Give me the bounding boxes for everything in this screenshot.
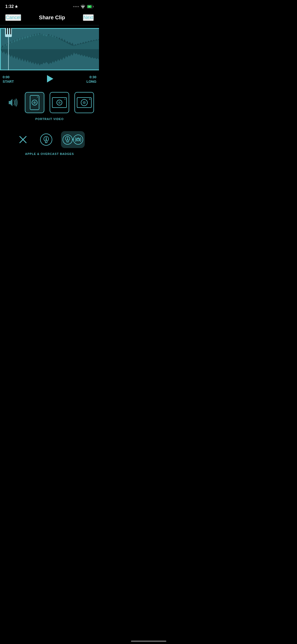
page-title: Share Clip <box>39 15 65 21</box>
waveform-svg <box>0 28 99 70</box>
svg-point-23 <box>45 139 47 141</box>
cancel-button[interactable]: Cancel <box>5 14 21 21</box>
status-icons <box>73 5 94 8</box>
svg-rect-6 <box>0 70 99 70</box>
playhead-line-3 <box>10 28 11 34</box>
waveform-container[interactable] <box>0 28 99 70</box>
portrait-video-icon <box>30 95 40 110</box>
landscape-small-icon <box>52 97 67 108</box>
start-label: START <box>3 80 14 84</box>
playhead-lines <box>6 28 11 34</box>
badge-section: + APPLE & OVERCAST BADGES <box>0 123 99 158</box>
svg-point-14 <box>58 101 61 104</box>
svg-rect-5 <box>0 28 99 29</box>
status-bar: 1:32 <box>0 0 99 12</box>
status-time: 1:32 <box>5 4 18 9</box>
play-button[interactable] <box>47 75 53 82</box>
playhead-stem <box>8 37 9 70</box>
location-icon <box>15 5 18 8</box>
svg-point-19 <box>89 98 90 100</box>
speaker-icon <box>7 98 18 107</box>
apple-badge-button[interactable] <box>38 131 55 148</box>
svg-rect-7 <box>0 28 1 70</box>
svg-point-25 <box>67 139 68 140</box>
landscape-large-button[interactable] <box>74 92 94 113</box>
svg-point-11 <box>37 96 38 98</box>
audio-only-button[interactable] <box>5 95 20 110</box>
portrait-video-button[interactable] <box>25 92 44 113</box>
landscape-small-button[interactable] <box>50 92 69 113</box>
svg-point-10 <box>33 101 36 104</box>
playhead-handle[interactable] <box>5 28 12 37</box>
format-options <box>5 92 94 113</box>
signal-icon <box>73 6 79 7</box>
playhead-line-2 <box>8 28 9 34</box>
landscape-large-icon <box>77 97 92 108</box>
format-section: PORTRAIT VIDEO <box>0 84 99 123</box>
no-badge-button[interactable] <box>15 131 31 148</box>
waveform-section <box>0 25 99 73</box>
start-time: 0:00 START <box>3 75 14 84</box>
x-icon <box>18 135 28 144</box>
play-button-area[interactable] <box>14 75 86 82</box>
wifi-icon <box>81 5 85 8</box>
format-label: PORTRAIT VIDEO <box>35 117 64 121</box>
svg-point-15 <box>64 99 65 100</box>
end-label: LONG <box>86 80 96 84</box>
badge-options: + <box>15 131 85 148</box>
battery-icon <box>87 5 94 8</box>
svg-rect-1 <box>93 6 94 7</box>
playhead-line-1 <box>6 28 7 34</box>
both-badges-button[interactable]: + <box>61 131 85 148</box>
end-time: 0:30 LONG <box>86 75 96 84</box>
time-label: 1:32 <box>5 4 14 9</box>
end-time-value: 0:30 <box>86 75 96 80</box>
playhead[interactable] <box>5 28 12 70</box>
nav-bar: Cancel Share Clip Next <box>0 12 99 25</box>
apple-podcast-icon <box>39 133 53 146</box>
both-badges-icon: + <box>62 133 83 146</box>
time-row: 0:00 START 0:30 LONG <box>0 73 99 84</box>
next-button[interactable]: Next <box>83 14 94 21</box>
start-time-value: 0:00 <box>3 75 14 80</box>
svg-point-18 <box>83 101 86 104</box>
badge-label: APPLE & OVERCAST BADGES <box>25 152 74 155</box>
